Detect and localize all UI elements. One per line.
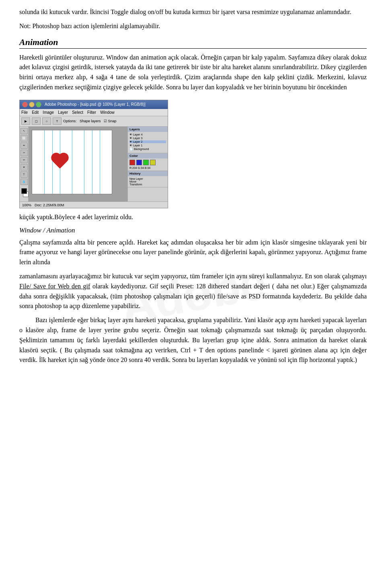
ps-min-btn[interactable]	[29, 102, 35, 107]
ps-color-header: Color	[128, 153, 168, 158]
caption-text: küçük yaptık.Böylece 4 adet layerimiz ol…	[19, 212, 367, 222]
ps-menubar[interactable]: File Edit Image Layer Select Filter Wind…	[20, 109, 168, 116]
animation-p2: Çalışma sayfamızda altta bir pencere açı…	[19, 238, 367, 267]
intro-p2: Not: Photoshop bazı action işlemlerini a…	[19, 21, 367, 31]
animation-p4: Bazı işlemlerde eğer birkaç layer aynı h…	[19, 315, 367, 365]
ps-layer-row-bg[interactable]: 📄 Background	[129, 148, 166, 151]
ps-close-btn[interactable]	[22, 102, 28, 107]
ps-history-item-1[interactable]: New Layer	[129, 177, 166, 180]
screenshot-container: Adobe Photoshop - [kalp.psd @ 100% (Laye…	[19, 100, 367, 208]
ps-zoom-level: 100%	[22, 203, 31, 207]
section-divider	[19, 48, 367, 49]
ps-main-area: ↖ ⬜ ✒ ✂ ✏ ♥ T 💧	[20, 127, 168, 201]
menu-filter[interactable]: Filter	[87, 110, 96, 115]
ps-layer-row-2[interactable]: 👁 Layer 3	[129, 137, 166, 140]
ps-v-tool-select[interactable]: ⬜	[21, 135, 28, 142]
ps-history-item-3[interactable]: Transform	[129, 183, 166, 186]
ps-layer-row-3[interactable]: 👁 Layer 2	[129, 140, 166, 143]
ps-history-item-2[interactable]: Move	[129, 180, 166, 183]
ps-options-text: Options: Shape layers ☑ Snap	[63, 119, 117, 123]
ps-statusbar: 100% Doc: 2.25M/9.00M	[20, 201, 168, 208]
note-text: Not: Photoshop bazı action işlemlerini a…	[19, 23, 160, 29]
ps-color-values: R:204 G:34 B:34	[129, 167, 166, 169]
ps-canvas	[32, 130, 112, 194]
ps-max-btn[interactable]	[36, 102, 41, 107]
ps-canvas-inner	[32, 130, 112, 194]
ps-layer-2-label: 👁 Layer 3	[129, 137, 142, 140]
ps-layers-panel: Layers 👁 Layer 4 👁 Layer 3 👁 Layer 2	[128, 127, 168, 153]
ps-v-tool-crop[interactable]: ✂	[21, 150, 28, 156]
guide-v-5	[84, 130, 84, 194]
file-save-link[interactable]: File/ Save for Web den gif	[19, 283, 90, 290]
ps-layer-row-4[interactable]: 👁 Layer 1	[129, 144, 166, 147]
ps-history-panel: History New Layer Move Transform	[128, 171, 168, 187]
animation-p1: Hareketli görüntüler oluştururuz. Window…	[19, 53, 367, 93]
ps-v-tool-lasso[interactable]: ✒	[21, 142, 28, 149]
ps-v-tool-brush[interactable]: ✏	[21, 157, 28, 163]
heart-shape	[50, 153, 70, 171]
guide-v-center	[72, 130, 72, 194]
ps-fg-color[interactable]	[21, 188, 27, 194]
guide-v-7	[100, 130, 100, 194]
ps-layer-3-label: 👁 Layer 2	[129, 140, 142, 143]
menu-select[interactable]: Select	[72, 110, 83, 115]
ps-layer-4-label: 👁 Layer 1	[129, 144, 142, 147]
ps-history-body: New Layer Move Transform	[128, 176, 168, 187]
ps-title-text: Adobe Photoshop - [kalp.psd @ 100% (Laye…	[45, 102, 146, 107]
ps-layers-body: 👁 Layer 4 👁 Layer 3 👁 Layer 2 👁 Layer 1	[128, 132, 168, 153]
ps-layer-bg-label: 📄 Background	[129, 148, 149, 151]
ps-tool-btn-2[interactable]: ◻	[32, 117, 41, 125]
ps-titlebar: Adobe Photoshop - [kalp.psd @ 100% (Laye…	[20, 100, 168, 109]
ps-tool-btn-3[interactable]: ○	[42, 117, 51, 125]
ps-swatch-blue[interactable]	[136, 160, 142, 165]
ps-color-body: R:204 G:34 B:34	[128, 158, 168, 171]
ps-v-tool-text[interactable]: T	[21, 171, 28, 178]
ps-layer-1-label: 👁 Layer 4	[129, 133, 142, 136]
animation-heading: Animation	[19, 37, 367, 47]
ps-layers-header: Layers	[128, 127, 168, 132]
menu-window[interactable]: Window	[100, 110, 115, 115]
ps-swatches-row	[129, 160, 166, 165]
menu-file[interactable]: File	[21, 110, 28, 115]
ps-panels: Layers 👁 Layer 4 👁 Layer 3 👁 Layer 2	[127, 127, 168, 201]
ps-swatch-green[interactable]	[143, 160, 149, 165]
photoshop-screenshot: Adobe Photoshop - [kalp.psd @ 100% (Laye…	[19, 100, 168, 208]
ps-history-header: History	[128, 171, 168, 176]
intro-p1: solunda iki kutucuk vardır. İkincisi Tog…	[19, 7, 367, 17]
ps-vertical-toolbar: ↖ ⬜ ✒ ✂ ✏ ♥ T 💧	[20, 127, 29, 201]
menu-edit[interactable]: Edit	[32, 110, 39, 115]
ps-color-panel: Color R:204 G:34 B:34	[128, 153, 168, 171]
ps-doc-size: Doc: 2.25M/9.00M	[35, 203, 64, 207]
ps-swatch-yellow[interactable]	[150, 160, 156, 165]
ps-tool-btn-1[interactable]: ▶	[21, 117, 30, 125]
animation-p3: zamanlamasını ayarlayacağımız bir kutucu…	[19, 271, 367, 311]
sub-heading: Window / Animation	[19, 226, 367, 234]
menu-layer[interactable]: Layer	[58, 110, 68, 115]
ps-layer-row-1[interactable]: 👁 Layer 4	[129, 133, 166, 136]
guide-v-6	[92, 130, 92, 194]
ps-v-tool-move[interactable]: ↖	[21, 128, 28, 134]
ps-swatch-red[interactable]	[129, 160, 135, 165]
page-content: solunda iki kutucuk vardır. İkincisi Tog…	[0, 0, 386, 389]
menu-image[interactable]: Image	[43, 110, 54, 115]
ps-tool-btn-4[interactable]: T	[53, 117, 62, 125]
ps-horizontal-toolbar: ▶ ◻ ○ T Options: Shape layers ☑ Snap	[20, 116, 168, 127]
ps-color-area	[21, 188, 27, 199]
ps-canvas-area	[29, 127, 127, 201]
guide-v-1	[44, 130, 45, 194]
ps-v-tool-eyedrop[interactable]: 💧	[21, 179, 28, 185]
ps-titlebar-buttons	[22, 102, 41, 107]
animation-section: Animation Hareketli görüntüler oluşturur…	[19, 37, 367, 366]
ps-v-tool-shape[interactable]: ♥	[21, 164, 28, 171]
